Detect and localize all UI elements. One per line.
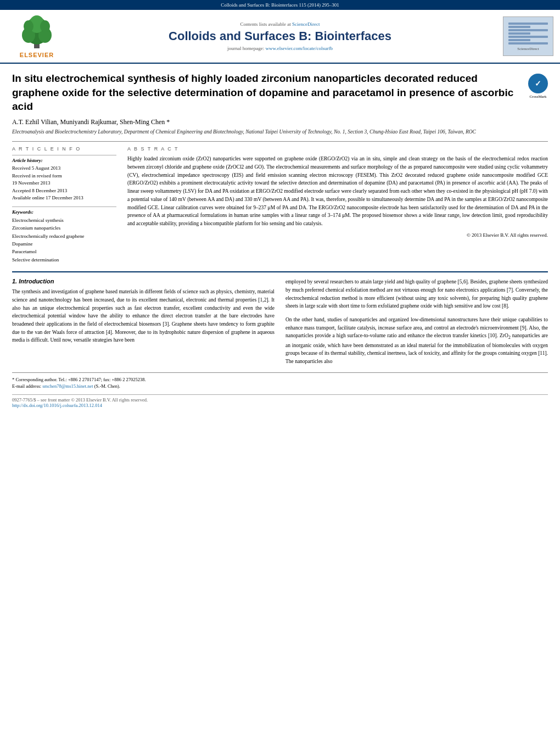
homepage-line: journal homepage: www.elsevier.com/locat… [67,46,493,51]
keyword-2: Zirconium nanoparticles [12,224,116,232]
intro-left-text: The synthesis and investigation of graph… [12,288,275,344]
homepage-url[interactable]: www.elsevier.com/locate/colsurfb [266,46,333,51]
elsevier-logo: ELSEVIER [7,14,67,58]
crossmark-icon: ✓ [528,74,548,93]
pub-line-3 [508,29,548,31]
abstract-text: Highly loaded zirconium oxide (ZrO2) nan… [127,155,548,227]
article-title-section: In situ electrochemical synthesis of hig… [12,71,548,114]
pub-line-2 [508,26,530,28]
divider-1 [12,141,548,142]
revised-date: 19 November 2013 [12,180,116,187]
available-date: Available online 17 December 2013 [12,194,116,202]
top-bar: Colloids and Surfaces B: Biointerfaces 1… [0,0,560,10]
email-link[interactable]: smchen78@ms15.hinet.net [42,383,93,389]
abstract-label: A B S T R A C T [127,146,548,152]
intro-right-text-2: On the other hand, studies of nanopartic… [285,316,548,366]
pub-lines [506,21,550,46]
elsevier-brand-text: ELSEVIER [20,52,54,58]
contents-label: Contents lists available at [240,21,291,27]
keyword-1: Electrochemical synthesis [12,216,116,224]
crossmark-label: CrossMark [528,94,548,99]
footnote-star: * Corresponding author. Tel.: +886 2 270… [12,376,548,383]
homepage-label: journal homepage: [227,46,264,51]
pub-line-5 [508,36,548,38]
body-left: 1. Introduction The synthesis and invest… [12,278,275,366]
keywords-section: Keywords: Electrochemical synthesis Zirc… [12,207,116,264]
footnote-area: * Corresponding author. Tel.: +886 2 270… [12,372,548,390]
affiliation: Electroanalysis and Bioelectrochemistry … [12,129,548,136]
keyword-6: Selective determination [12,256,116,264]
keyword-4: Dopamine [12,240,116,248]
pub-line-6 [508,39,530,41]
elsevier-tree-icon [18,14,56,50]
article-title: In situ electrochemical synthesis of hig… [12,71,523,114]
right-col: A B S T R A C T Highly loaded zirconium … [127,146,548,264]
journal-logo-right: ScienceDirect [493,16,553,56]
keyword-5: Paracetamol [12,248,116,255]
doi-line: http://dx.doi.org/10.1016/j.colsurfa.201… [12,403,548,408]
pub-line-7 [508,42,548,44]
body-two-col: 1. Introduction The synthesis and invest… [12,278,548,366]
article-info-label: A R T I C L E I N F O [12,146,116,152]
pub-line-4 [508,32,530,35]
journal-header: ELSEVIER Contents lists available at Sci… [0,10,560,64]
crossmark: ✓ CrossMark [528,74,548,99]
keyword-3: Electrochemically reduced graphene [12,232,116,240]
issn-line: 0927-7765/$ – see front matter © 2013 El… [12,397,548,403]
sciencedirect-link[interactable]: ScienceDirect [292,21,320,27]
article-history: Article history: Received 5 August 2013 … [12,155,116,202]
doi-link[interactable]: http://dx.doi.org/10.1016/j.colsurfa.201… [12,403,102,408]
journal-center: Contents lists available at ScienceDirec… [67,21,493,51]
abstract-section: A B S T R A C T Highly loaded zirconium … [127,146,548,237]
authors: A.T. Ezhil Vilian, Muniyandi Rajkumar, S… [12,118,548,126]
keywords-title: Keywords: [12,209,116,215]
svg-point-6 [40,20,50,32]
left-col: A R T I C L E I N F O Article history: R… [12,146,116,264]
main-content: In situ electrochemical synthesis of hig… [0,64,560,414]
page-wrapper: Colloids and Surfaces B: Biointerfaces 1… [0,0,560,742]
contents-line: Contents lists available at ScienceDirec… [67,21,493,27]
bottom-bar: 0927-7765/$ – see front matter © 2013 El… [12,394,548,408]
intro-right-text: employed by several researchers to attai… [285,278,548,310]
email-label: E-mail address: [12,383,41,389]
copyright-line: © 2013 Elsevier B.V. All rights reserved… [127,232,548,238]
accepted-date: Accepted 8 December 2013 [12,187,116,195]
publisher-thumbnail: ScienceDirect [503,16,553,56]
elsevier-logo-left: ELSEVIER [7,14,67,58]
journal-title: Colloids and Surfaces B: Biointerfaces [67,29,493,43]
svg-point-5 [24,20,33,32]
journal-reference: Colloids and Surfaces B: Biointerfaces 1… [221,2,339,8]
email-who: (S.-M. Chen). [94,383,120,389]
body-right: employed by several researchers to attai… [285,278,548,366]
footnote-email: E-mail address: smchen78@ms15.hinet.net … [12,383,548,390]
history-title: Article history: [12,158,116,163]
author-names: A.T. Ezhil Vilian, Muniyandi Rajkumar, S… [12,118,170,126]
received-revised-label: Received in revised form [12,172,116,180]
body-section: 1. Introduction The synthesis and invest… [12,271,548,366]
intro-heading: 1. Introduction [12,278,275,284]
pub-thumb-label: ScienceDirect [517,47,539,51]
received-date: Received 5 August 2013 [12,165,116,172]
article-info-abstract: A R T I C L E I N F O Article history: R… [12,146,548,264]
pub-line-1 [508,23,548,25]
